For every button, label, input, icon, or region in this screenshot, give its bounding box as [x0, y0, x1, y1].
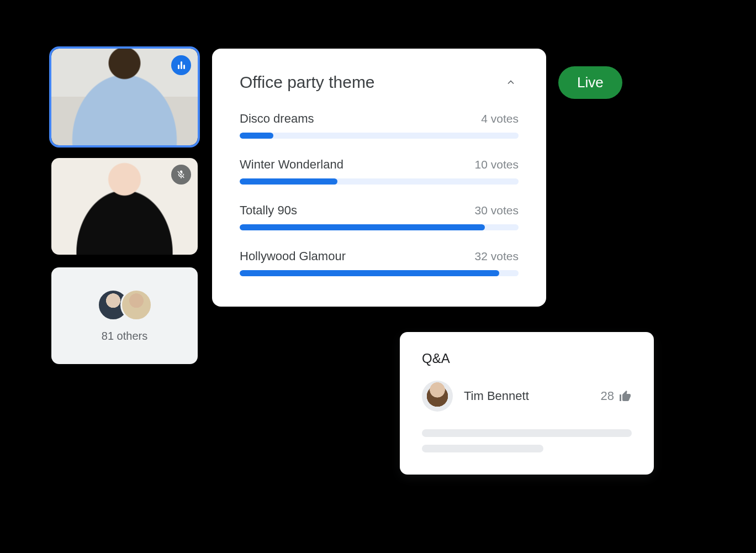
participant-tile-speaking[interactable]	[51, 49, 198, 145]
poll-title: Office party theme	[240, 73, 375, 92]
mic-muted-icon	[171, 165, 191, 185]
other-participants-avatars	[97, 289, 152, 321]
qa-question-text-placeholder	[422, 429, 632, 437]
thumbs-up-icon	[618, 389, 632, 403]
avatar	[422, 381, 453, 412]
poll-progress-track	[240, 270, 519, 276]
chevron-up-icon	[505, 77, 516, 88]
poll-option[interactable]: Totally 90s 30 votes	[240, 203, 519, 230]
poll-option-votes: 4 votes	[481, 112, 519, 125]
collapse-poll-button[interactable]	[503, 75, 519, 90]
poll-progress-track	[240, 178, 519, 185]
other-participants-tile[interactable]: 81 others	[51, 267, 198, 364]
poll-option-votes: 10 votes	[475, 158, 519, 171]
poll-option[interactable]: Winter Wonderland 10 votes	[240, 157, 519, 185]
poll-option-label: Totally 90s	[240, 203, 297, 218]
poll-card: Office party theme Disco dreams 4 votes …	[212, 49, 546, 307]
poll-progress-track	[240, 224, 519, 230]
speaking-indicator-icon	[171, 55, 191, 75]
poll-progress-track	[240, 133, 519, 139]
poll-option-label: Hollywood Glamour	[240, 249, 346, 264]
poll-progress-fill	[240, 133, 273, 139]
live-badge: Live	[558, 66, 622, 99]
qa-author-name: Tim Bennett	[464, 389, 590, 403]
poll-option-label: Winter Wonderland	[240, 157, 343, 172]
avatar	[120, 289, 152, 321]
poll-progress-fill	[240, 178, 337, 185]
poll-option-label: Disco dreams	[240, 112, 314, 126]
poll-option[interactable]: Hollywood Glamour 32 votes	[240, 249, 519, 276]
poll-option[interactable]: Disco dreams 4 votes	[240, 112, 519, 139]
poll-option-votes: 32 votes	[475, 250, 519, 263]
other-participants-count: 81 others	[102, 330, 147, 343]
qa-like-count: 28	[601, 389, 614, 403]
poll-option-votes: 30 votes	[475, 204, 519, 217]
qa-card: Q&A Tim Bennett 28	[400, 332, 654, 475]
qa-title: Q&A	[422, 351, 632, 366]
qa-question-text-placeholder	[422, 445, 543, 452]
poll-progress-fill	[240, 270, 499, 276]
poll-progress-fill	[240, 224, 485, 230]
qa-upvote-button[interactable]: 28	[601, 389, 632, 403]
qa-question-row[interactable]: Tim Bennett 28	[422, 381, 632, 412]
participant-tile-muted[interactable]	[51, 158, 198, 255]
